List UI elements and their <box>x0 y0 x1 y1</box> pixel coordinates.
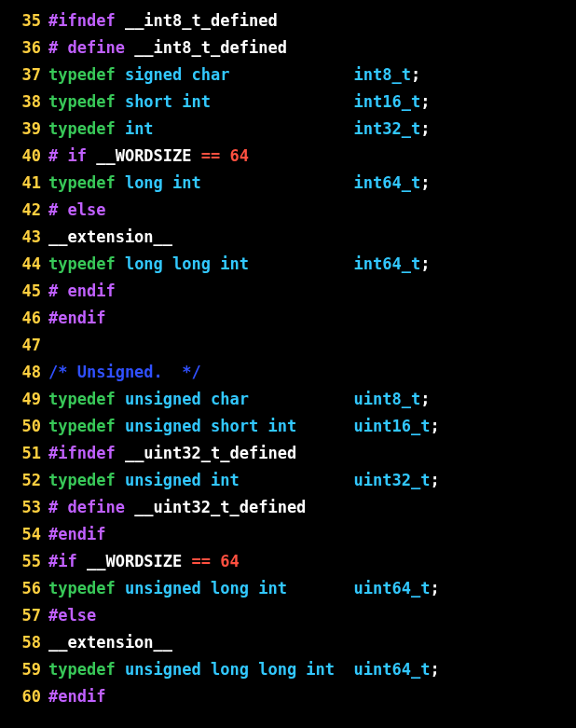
line-number: 46 <box>0 305 48 332</box>
code-line[interactable]: 49typedef unsigned char uint8_t; <box>0 386 576 413</box>
code-content[interactable]: typedef unsigned long int uint64_t; <box>48 575 576 602</box>
code-line[interactable]: 47 <box>0 332 576 359</box>
code-line[interactable]: 44typedef long long int int64_t; <box>0 251 576 278</box>
token-id <box>249 390 354 408</box>
code-line[interactable]: 38typedef short int int16_t; <box>0 89 576 116</box>
code-line[interactable]: 51#ifndef __uint32_t_defined <box>0 440 576 467</box>
token-pp: # endif <box>48 282 116 300</box>
code-line[interactable]: 50typedef unsigned short int uint16_t; <box>0 413 576 440</box>
token-type: long long int <box>116 254 249 273</box>
token-kw: typedef <box>48 390 116 408</box>
token-type: short int <box>116 92 211 111</box>
code-content[interactable]: __extension__ <box>48 224 576 251</box>
code-line[interactable]: 54#endif <box>0 521 576 548</box>
code-line[interactable]: 48/* Unsigned. */ <box>0 359 576 386</box>
token-id <box>287 579 354 598</box>
token-type: long int <box>116 173 201 192</box>
token-type: uint16_t <box>354 417 431 435</box>
token-pp: # else <box>48 200 105 219</box>
token-pp: #endif <box>48 525 105 543</box>
line-number: 60 <box>0 683 48 710</box>
code-line[interactable]: 55#if __WORDSIZE == 64 <box>0 548 576 575</box>
code-content[interactable]: __extension__ <box>48 629 576 656</box>
code-content[interactable]: #if __WORDSIZE == 64 <box>48 548 576 575</box>
token-op: == <box>192 552 211 570</box>
code-content[interactable]: typedef unsigned char uint8_t; <box>48 386 576 413</box>
token-id: __int8_t_defined <box>116 11 278 30</box>
token-type: int32_t <box>354 119 421 138</box>
code-content[interactable]: #ifndef __int8_t_defined <box>48 7 576 34</box>
token-pp: #else <box>48 606 96 625</box>
code-content[interactable]: typedef unsigned short int uint16_t; <box>48 413 576 440</box>
token-pp: # if <box>48 146 87 165</box>
token-pp: # define <box>48 38 125 57</box>
code-line[interactable]: 40# if __WORDSIZE == 64 <box>0 143 576 170</box>
code-content[interactable]: # if __WORDSIZE == 64 <box>48 143 576 170</box>
code-line[interactable]: 53# define __uint32_t_defined <box>0 494 576 521</box>
code-content[interactable]: /* Unsigned. */ <box>48 359 576 386</box>
token-type: unsigned char <box>116 390 249 408</box>
code-line[interactable]: 60#endif <box>0 683 576 710</box>
code-content[interactable]: #else <box>48 602 576 629</box>
code-line[interactable]: 36# define __int8_t_defined <box>0 34 576 62</box>
code-line[interactable]: 45# endif <box>0 278 576 305</box>
token-type: int16_t <box>354 92 421 111</box>
code-content[interactable]: typedef unsigned long long int uint64_t; <box>48 656 576 683</box>
token-kw: typedef <box>48 254 116 273</box>
code-content[interactable]: #endif <box>48 305 576 332</box>
code-content[interactable]: #endif <box>48 683 576 710</box>
token-type: uint8_t <box>354 390 421 408</box>
token-pp: #ifndef <box>48 11 116 30</box>
code-line[interactable]: 37typedef signed char int8_t; <box>0 62 576 89</box>
line-number: 40 <box>0 143 48 170</box>
line-number: 57 <box>0 602 48 629</box>
code-line[interactable]: 59typedef unsigned long long int uint64_… <box>0 656 576 683</box>
token-id: __uint32_t_defined <box>125 498 306 516</box>
code-content[interactable]: typedef signed char int8_t; <box>48 62 576 89</box>
code-content[interactable]: # define __uint32_t_defined <box>48 494 576 521</box>
code-content[interactable]: typedef unsigned int uint32_t; <box>48 467 576 494</box>
token-id <box>240 471 354 489</box>
code-line[interactable]: 43__extension__ <box>0 224 576 251</box>
code-content[interactable]: typedef short int int16_t; <box>48 89 576 116</box>
code-content[interactable]: # else <box>48 197 576 224</box>
token-punc: ; <box>420 119 430 138</box>
token-id: __extension__ <box>48 227 172 246</box>
token-kw: typedef <box>48 417 116 435</box>
code-content[interactable]: typedef long int int64_t; <box>48 170 576 197</box>
code-line[interactable]: 58__extension__ <box>0 629 576 656</box>
code-content[interactable]: # define __int8_t_defined <box>48 34 576 62</box>
token-kw: typedef <box>48 660 116 679</box>
code-line[interactable]: 52typedef unsigned int uint32_t; <box>0 467 576 494</box>
code-content[interactable]: typedef int int32_t; <box>48 116 576 143</box>
code-line[interactable]: 42# else <box>0 197 576 224</box>
code-line[interactable]: 56typedef unsigned long int uint64_t; <box>0 575 576 602</box>
code-line[interactable]: 57#else <box>0 602 576 629</box>
code-content[interactable]: # endif <box>48 278 576 305</box>
line-number: 54 <box>0 521 48 548</box>
code-content[interactable] <box>48 332 576 359</box>
line-number: 36 <box>0 34 48 62</box>
token-pp: # define <box>48 498 125 516</box>
line-number: 35 <box>0 7 48 34</box>
code-content[interactable]: #ifndef __uint32_t_defined <box>48 440 576 467</box>
token-type: uint32_t <box>354 471 431 489</box>
code-line[interactable]: 46#endif <box>0 305 576 332</box>
token-id <box>229 65 353 84</box>
token-type: unsigned long int <box>116 579 287 598</box>
code-line[interactable]: 41typedef long int int64_t; <box>0 170 576 197</box>
line-number: 51 <box>0 440 48 467</box>
line-number: 37 <box>0 62 48 89</box>
token-id <box>249 254 354 273</box>
token-type: uint64_t <box>354 579 431 598</box>
code-line[interactable]: 39typedef int int32_t; <box>0 116 576 143</box>
code-content[interactable]: typedef long long int int64_t; <box>48 251 576 278</box>
token-id: __extension__ <box>48 633 172 652</box>
code-content[interactable]: #endif <box>48 521 576 548</box>
code-line[interactable]: 35#ifndef __int8_t_defined <box>0 7 576 34</box>
token-punc: ; <box>420 92 430 111</box>
token-id: __uint32_t_defined <box>116 444 296 462</box>
token-punc: ; <box>430 417 439 435</box>
token-kw: typedef <box>48 173 116 192</box>
code-editor[interactable]: 35#ifndef __int8_t_defined36# define __i… <box>0 7 576 710</box>
